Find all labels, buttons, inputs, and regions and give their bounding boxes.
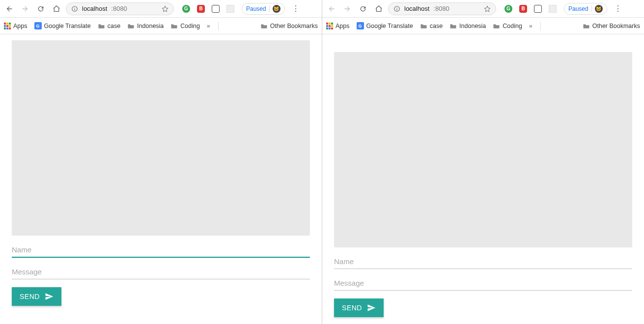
- kebab-menu-icon[interactable]: ⋮: [290, 4, 302, 13]
- folder-icon: [420, 23, 427, 29]
- folder-icon: [493, 23, 500, 29]
- bookmark-label: Other Bookmarks: [270, 23, 318, 29]
- bookmark-star-icon[interactable]: [484, 5, 491, 12]
- svg-rect-2: [74, 8, 75, 10]
- url-port: :8080: [433, 5, 449, 12]
- address-bar[interactable]: localhost:8080: [66, 2, 174, 15]
- send-button[interactable]: SEND: [12, 287, 61, 306]
- back-icon[interactable]: [5, 4, 14, 13]
- message-input[interactable]: [334, 275, 632, 291]
- bookmark-folder-coding[interactable]: Coding: [493, 23, 522, 29]
- bookmarks-overflow-icon[interactable]: »: [207, 23, 210, 29]
- apps-label: Apps: [13, 23, 28, 29]
- chat-display-area: [334, 52, 632, 247]
- url-host: localhost: [82, 5, 107, 12]
- bookmark-star-icon[interactable]: [162, 5, 168, 12]
- send-icon: [45, 292, 54, 301]
- apps-shortcut[interactable]: Apps: [4, 23, 28, 29]
- folder-icon: [98, 23, 105, 29]
- extension-square-icon[interactable]: [211, 4, 220, 13]
- bookmark-folder-other[interactable]: Other Bookmarks: [583, 23, 640, 29]
- url-host: localhost: [404, 5, 429, 12]
- name-input[interactable]: [12, 242, 310, 258]
- kebab-menu-icon[interactable]: ⋮: [612, 4, 624, 13]
- bookmarks-overflow-icon[interactable]: »: [529, 23, 532, 29]
- apps-grid-icon: [326, 23, 333, 29]
- forward-icon[interactable]: [21, 4, 29, 13]
- folder-icon: [449, 23, 457, 29]
- back-icon[interactable]: [327, 4, 336, 13]
- bookmark-folder-indonesia[interactable]: Indonesia: [127, 23, 164, 29]
- bookmark-google-translate[interactable]: G Google Translate: [357, 22, 413, 29]
- bookmarks-bar: Apps G Google Translate case Indonesia C…: [322, 18, 644, 34]
- browser-toolbar: localhost:8080 G B Paused 🐱 ⋮: [0, 0, 322, 18]
- bookmark-folder-indonesia[interactable]: Indonesia: [449, 23, 486, 29]
- page-content: SEND: [322, 34, 644, 324]
- folder-icon: [583, 23, 590, 29]
- apps-grid-icon: [4, 23, 11, 29]
- send-icon: [367, 303, 376, 312]
- home-icon[interactable]: [52, 4, 61, 13]
- extension-square-icon[interactable]: [533, 4, 542, 13]
- bookmark-folder-other[interactable]: Other Bookmarks: [260, 23, 318, 29]
- bookmark-folder-coding[interactable]: Coding: [170, 23, 200, 29]
- apps-shortcut[interactable]: Apps: [326, 23, 350, 29]
- send-button-label: SEND: [342, 304, 362, 312]
- forward-icon[interactable]: [343, 4, 352, 13]
- profile-avatar-icon: 🐱: [273, 5, 280, 13]
- extension-b-icon[interactable]: B: [196, 4, 205, 13]
- bookmark-folder-case[interactable]: case: [98, 23, 120, 29]
- bookmark-google-translate[interactable]: G Google Translate: [34, 22, 91, 29]
- extension-b-icon[interactable]: B: [519, 4, 528, 13]
- site-info-icon[interactable]: [71, 5, 78, 12]
- bookmark-label: Other Bookmarks: [592, 23, 640, 29]
- chat-display-area: [12, 40, 310, 236]
- bookmark-label: Google Translate: [44, 23, 91, 29]
- extension-grey-icon[interactable]: [226, 4, 235, 13]
- profile-paused-pill[interactable]: Paused 🐱: [564, 3, 607, 15]
- name-input[interactable]: [334, 253, 632, 269]
- bookmark-label: Coding: [503, 23, 522, 29]
- apps-label: Apps: [336, 23, 350, 29]
- bookmark-label: Indonesia: [459, 23, 486, 29]
- send-button-label: SEND: [20, 293, 40, 300]
- paused-label: Paused: [568, 5, 588, 12]
- folder-icon: [170, 23, 178, 29]
- profile-paused-pill[interactable]: Paused 🐱: [242, 3, 285, 15]
- home-icon[interactable]: [374, 4, 383, 13]
- reload-icon[interactable]: [359, 4, 367, 13]
- profile-avatar-icon: 🐱: [595, 5, 603, 13]
- svg-point-4: [396, 7, 397, 7]
- bookmark-label: Google Translate: [366, 23, 413, 29]
- message-input[interactable]: [12, 264, 310, 279]
- bookmark-label: case: [430, 23, 443, 29]
- page-content: SEND: [0, 34, 322, 324]
- translate-icon: G: [34, 22, 42, 29]
- folder-icon: [260, 23, 268, 29]
- bookmark-label: Indonesia: [137, 23, 164, 29]
- extension-grey-icon[interactable]: [548, 4, 557, 13]
- svg-point-1: [74, 7, 75, 7]
- bookmark-folder-case[interactable]: case: [420, 23, 443, 29]
- site-info-icon[interactable]: [393, 5, 400, 12]
- address-bar[interactable]: localhost:8080: [388, 2, 496, 15]
- bookmark-label: case: [108, 23, 120, 29]
- bookmark-label: Coding: [180, 23, 200, 29]
- extension-grammarly-icon[interactable]: G: [182, 4, 191, 13]
- paused-label: Paused: [246, 5, 266, 12]
- url-port: :8080: [111, 5, 127, 12]
- reload-icon[interactable]: [36, 4, 45, 13]
- extension-grammarly-icon[interactable]: G: [504, 4, 513, 13]
- bookmarks-bar: Apps G Google Translate case Indonesia C…: [0, 18, 322, 34]
- folder-icon: [127, 23, 135, 29]
- translate-icon: G: [357, 22, 364, 29]
- browser-toolbar: localhost:8080 G B Paused 🐱 ⋮: [322, 0, 644, 18]
- send-button[interactable]: SEND: [334, 298, 384, 317]
- svg-rect-5: [396, 8, 397, 10]
